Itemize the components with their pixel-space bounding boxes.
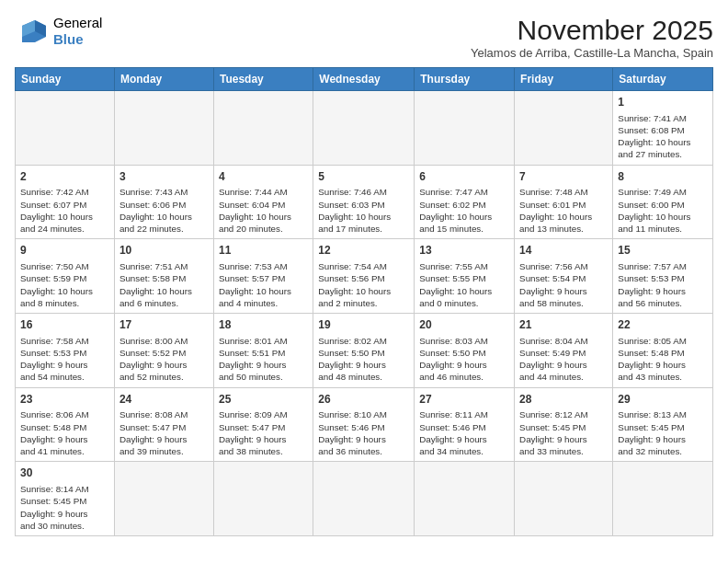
calendar-cell <box>313 91 415 166</box>
day-number: 30 <box>20 465 109 481</box>
logo-icon <box>15 17 50 46</box>
day-number: 24 <box>119 392 209 408</box>
day-info: Sunrise: 7:42 AMSunset: 6:07 PMDaylight:… <box>20 186 109 235</box>
calendar-week-row: 16Sunrise: 7:58 AMSunset: 5:53 PMDayligh… <box>16 314 713 388</box>
day-info: Sunrise: 7:57 AMSunset: 5:53 PMDaylight:… <box>618 260 708 309</box>
day-number: 27 <box>419 392 509 408</box>
calendar-cell: 22Sunrise: 8:05 AMSunset: 5:48 PMDayligh… <box>613 314 713 388</box>
day-number: 5 <box>318 169 409 185</box>
calendar-cell <box>16 91 115 166</box>
day-info: Sunrise: 7:58 AMSunset: 5:53 PMDaylight:… <box>20 335 109 384</box>
calendar-cell: 29Sunrise: 8:13 AMSunset: 5:45 PMDayligh… <box>613 387 713 462</box>
weekday-header-wednesday: Wednesday <box>313 68 415 91</box>
calendar-cell: 14Sunrise: 7:56 AMSunset: 5:54 PMDayligh… <box>515 239 613 314</box>
calendar-cell: 10Sunrise: 7:51 AMSunset: 5:58 PMDayligh… <box>114 239 213 314</box>
calendar-cell: 4Sunrise: 7:44 AMSunset: 6:04 PMDaylight… <box>213 165 313 239</box>
logo-text: General Blue <box>53 15 102 48</box>
day-info: Sunrise: 7:44 AMSunset: 6:04 PMDaylight:… <box>219 186 308 235</box>
day-number: 11 <box>219 243 308 259</box>
calendar-cell <box>515 462 613 536</box>
day-info: Sunrise: 8:09 AMSunset: 5:47 PMDaylight:… <box>219 408 308 457</box>
calendar-cell: 12Sunrise: 7:54 AMSunset: 5:56 PMDayligh… <box>313 239 415 314</box>
logo-line1: General <box>53 15 102 31</box>
weekday-header-sunday: Sunday <box>16 68 115 91</box>
day-info: Sunrise: 8:05 AMSunset: 5:48 PMDaylight:… <box>618 335 708 384</box>
day-number: 7 <box>519 169 608 185</box>
calendar-cell <box>515 91 613 166</box>
day-number: 29 <box>618 392 708 408</box>
calendar-week-row: 1Sunrise: 7:41 AMSunset: 6:08 PMDaylight… <box>16 91 713 166</box>
calendar-cell <box>213 462 313 536</box>
calendar-week-row: 30Sunrise: 8:14 AMSunset: 5:45 PMDayligh… <box>16 462 713 536</box>
day-number: 1 <box>618 95 708 110</box>
weekday-header-monday: Monday <box>114 68 213 91</box>
day-number: 13 <box>419 243 509 259</box>
day-info: Sunrise: 8:00 AMSunset: 5:52 PMDaylight:… <box>119 335 209 384</box>
calendar-cell <box>313 462 415 536</box>
header: General Blue November 2025 Yelamos de Ar… <box>15 15 713 60</box>
calendar-cell <box>114 91 213 166</box>
calendar-cell <box>114 462 213 536</box>
calendar: SundayMondayTuesdayWednesdayThursdayFrid… <box>15 67 713 536</box>
day-number: 14 <box>519 243 608 259</box>
calendar-cell: 25Sunrise: 8:09 AMSunset: 5:47 PMDayligh… <box>213 387 313 462</box>
calendar-cell: 11Sunrise: 7:53 AMSunset: 5:57 PMDayligh… <box>213 239 313 314</box>
day-info: Sunrise: 7:41 AMSunset: 6:08 PMDaylight:… <box>618 112 708 161</box>
day-info: Sunrise: 8:13 AMSunset: 5:45 PMDaylight:… <box>618 408 708 457</box>
weekday-header-row: SundayMondayTuesdayWednesdayThursdayFrid… <box>16 68 713 91</box>
calendar-cell: 9Sunrise: 7:50 AMSunset: 5:59 PMDaylight… <box>16 239 115 314</box>
calendar-cell: 5Sunrise: 7:46 AMSunset: 6:03 PMDaylight… <box>313 165 415 239</box>
day-info: Sunrise: 8:08 AMSunset: 5:47 PMDaylight:… <box>119 408 209 457</box>
day-info: Sunrise: 8:03 AMSunset: 5:50 PMDaylight:… <box>419 335 509 384</box>
day-number: 23 <box>20 392 109 408</box>
calendar-cell: 23Sunrise: 8:06 AMSunset: 5:48 PMDayligh… <box>16 387 115 462</box>
day-number: 8 <box>618 169 708 185</box>
location-subtitle: Yelamos de Arriba, Castille-La Mancha, S… <box>471 46 713 60</box>
day-number: 18 <box>219 317 308 333</box>
day-number: 10 <box>119 243 209 259</box>
calendar-cell: 2Sunrise: 7:42 AMSunset: 6:07 PMDaylight… <box>16 165 115 239</box>
day-info: Sunrise: 8:06 AMSunset: 5:48 PMDaylight:… <box>20 408 109 457</box>
calendar-cell <box>415 91 515 166</box>
day-info: Sunrise: 8:12 AMSunset: 5:45 PMDaylight:… <box>519 408 608 457</box>
day-info: Sunrise: 8:10 AMSunset: 5:46 PMDaylight:… <box>318 408 409 457</box>
calendar-cell: 28Sunrise: 8:12 AMSunset: 5:45 PMDayligh… <box>515 387 613 462</box>
calendar-cell: 8Sunrise: 7:49 AMSunset: 6:00 PMDaylight… <box>613 165 713 239</box>
calendar-cell: 30Sunrise: 8:14 AMSunset: 5:45 PMDayligh… <box>16 462 115 536</box>
calendar-cell: 26Sunrise: 8:10 AMSunset: 5:46 PMDayligh… <box>313 387 415 462</box>
day-info: Sunrise: 8:04 AMSunset: 5:49 PMDaylight:… <box>519 335 608 384</box>
calendar-cell: 13Sunrise: 7:55 AMSunset: 5:55 PMDayligh… <box>415 239 515 314</box>
calendar-cell: 20Sunrise: 8:03 AMSunset: 5:50 PMDayligh… <box>415 314 515 388</box>
weekday-header-friday: Friday <box>515 68 613 91</box>
calendar-cell: 16Sunrise: 7:58 AMSunset: 5:53 PMDayligh… <box>16 314 115 388</box>
day-info: Sunrise: 8:01 AMSunset: 5:51 PMDaylight:… <box>219 335 308 384</box>
day-number: 19 <box>318 317 409 333</box>
day-number: 6 <box>419 169 509 185</box>
day-info: Sunrise: 7:48 AMSunset: 6:01 PMDaylight:… <box>519 186 608 235</box>
day-info: Sunrise: 7:46 AMSunset: 6:03 PMDaylight:… <box>318 186 409 235</box>
day-number: 9 <box>20 243 109 259</box>
calendar-cell: 7Sunrise: 7:48 AMSunset: 6:01 PMDaylight… <box>515 165 613 239</box>
calendar-cell: 6Sunrise: 7:47 AMSunset: 6:02 PMDaylight… <box>415 165 515 239</box>
day-info: Sunrise: 8:14 AMSunset: 5:45 PMDaylight:… <box>20 483 109 532</box>
day-info: Sunrise: 7:51 AMSunset: 5:58 PMDaylight:… <box>119 260 209 309</box>
day-info: Sunrise: 7:49 AMSunset: 6:00 PMDaylight:… <box>618 186 708 235</box>
day-info: Sunrise: 7:55 AMSunset: 5:55 PMDaylight:… <box>419 260 509 309</box>
day-info: Sunrise: 7:53 AMSunset: 5:57 PMDaylight:… <box>219 260 308 309</box>
day-info: Sunrise: 7:50 AMSunset: 5:59 PMDaylight:… <box>20 260 109 309</box>
calendar-cell: 15Sunrise: 7:57 AMSunset: 5:53 PMDayligh… <box>613 239 713 314</box>
calendar-cell: 27Sunrise: 8:11 AMSunset: 5:46 PMDayligh… <box>415 387 515 462</box>
day-info: Sunrise: 8:11 AMSunset: 5:46 PMDaylight:… <box>419 408 509 457</box>
weekday-header-tuesday: Tuesday <box>213 68 313 91</box>
title-block: November 2025 Yelamos de Arriba, Castill… <box>471 15 713 60</box>
day-info: Sunrise: 7:54 AMSunset: 5:56 PMDaylight:… <box>318 260 409 309</box>
day-number: 26 <box>318 392 409 408</box>
day-info: Sunrise: 8:02 AMSunset: 5:50 PMDaylight:… <box>318 335 409 384</box>
calendar-week-row: 23Sunrise: 8:06 AMSunset: 5:48 PMDayligh… <box>16 387 713 462</box>
month-title: November 2025 <box>471 15 713 46</box>
day-number: 20 <box>419 317 509 333</box>
day-info: Sunrise: 7:56 AMSunset: 5:54 PMDaylight:… <box>519 260 608 309</box>
day-number: 17 <box>119 317 209 333</box>
day-number: 16 <box>20 317 109 333</box>
calendar-cell <box>415 462 515 536</box>
